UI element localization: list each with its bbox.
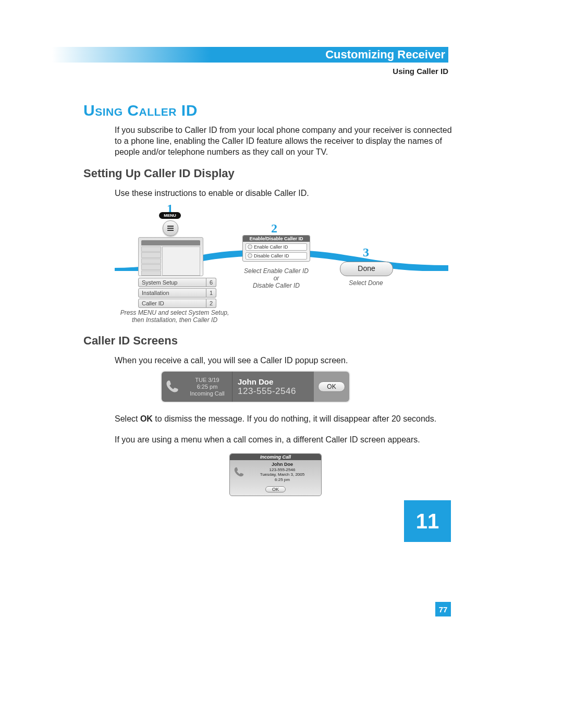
popup2-date: Tuesday, March 3, 2005: [247, 472, 318, 477]
caller-id-menu-popup: Incoming Call John Doe 123-555-2546 Tues…: [229, 453, 322, 496]
page-number: 77: [435, 602, 451, 616]
page-heading: Using Caller ID: [83, 102, 198, 119]
popup2-info: John Doe 123-555-2546 Tuesday, March 3, …: [247, 462, 318, 483]
dismiss-pre: Select: [115, 414, 140, 423]
nav-label: System Setup: [138, 278, 206, 287]
intro-paragraph: If you subscribe to Caller ID from your …: [115, 125, 459, 157]
screens-heading: Caller ID Screens: [83, 334, 178, 348]
popup2-title: Incoming Call: [230, 454, 321, 460]
setup-steps-diagram: 1 MENU System Setup 6 Installation 1 Cal…: [115, 201, 448, 323]
caller-id-popup: TUE 3/19 6:25 pm Incoming Call John Doe …: [162, 372, 349, 402]
step-2-caption-line1: Select Enable Caller ID: [244, 267, 309, 275]
step-1-caption: Press MENU and select System Setup, then…: [120, 309, 229, 324]
phone-handset-icon: [233, 466, 244, 478]
step-2-number: 2: [271, 221, 277, 236]
setup-heading: Setting Up Caller ID Display: [83, 167, 235, 180]
nav-row-caller-id[interactable]: Caller ID 2: [138, 299, 216, 308]
popup-caller-name: John Doe: [238, 377, 314, 386]
popup-date: TUE 3/19: [182, 377, 232, 383]
screens-paragraph-1: When you receive a call, you will see a …: [115, 356, 459, 365]
dismiss-paragraph: Select OK to dismiss the message. If you…: [115, 414, 459, 424]
popup-ok-col: OK: [314, 372, 349, 402]
done-button[interactable]: Done: [340, 262, 393, 276]
dismiss-post: to dismiss the message. If you do nothin…: [153, 414, 436, 423]
menu-button[interactable]: [163, 220, 178, 236]
step-3-caption: Select Done: [340, 279, 392, 287]
popup-info-col: John Doe 123-555-2546: [232, 372, 314, 402]
popup2-time: 6:25 pm: [247, 477, 318, 483]
chapter-title: Customizing Receiver: [0, 47, 448, 63]
popup-status: Incoming Call: [182, 390, 232, 397]
popup-phone-icon-col: [162, 372, 182, 402]
option-enable-caller-id[interactable]: Enable Caller ID: [246, 243, 307, 251]
enable-disable-dialog: Enable/Disable Caller ID Enable Caller I…: [242, 235, 310, 262]
popup2-phone: 123-555-2546: [247, 467, 318, 473]
nav-number: 1: [206, 288, 216, 298]
option-disable-caller-id[interactable]: Disable Caller ID: [246, 252, 307, 260]
dismiss-bold: OK: [140, 414, 153, 423]
section-label: Using Caller ID: [0, 67, 448, 76]
step-2-caption-line3: Disable Caller ID: [253, 282, 300, 289]
nav-row-installation[interactable]: Installation 1: [138, 288, 216, 298]
nav-path-rows: System Setup 6 Installation 1 Caller ID …: [138, 278, 216, 309]
nav-number: 2: [206, 299, 216, 308]
popup2-name: John Doe: [247, 462, 318, 467]
popup-time-col: TUE 3/19 6:25 pm Incoming Call: [182, 372, 232, 402]
chapter-tab: 11: [404, 500, 451, 542]
nav-label: Installation: [138, 288, 206, 298]
menu-chip-label: MENU: [159, 212, 181, 219]
hamburger-icon: [167, 228, 174, 229]
main-menu-screen-graphic: [138, 237, 203, 276]
nav-label: Caller ID: [138, 299, 206, 308]
setup-paragraph: Use these instructions to enable or disa…: [115, 189, 459, 198]
popup-phone-number: 123-555-2546: [238, 386, 314, 397]
dialog-title: Enable/Disable Caller ID: [243, 236, 310, 242]
popup-ok-button[interactable]: OK: [318, 381, 345, 392]
nav-number: 6: [206, 278, 216, 287]
popup2-ok-button[interactable]: OK: [265, 486, 286, 492]
step-3-number: 3: [363, 245, 369, 260]
popup-time: 6:25 pm: [182, 384, 232, 390]
step-2-caption: Select Enable Caller ID or Disable Calle…: [235, 267, 318, 289]
nav-row-system-setup[interactable]: System Setup 6: [138, 278, 216, 287]
step-2-caption-line2: or: [274, 275, 279, 282]
phone-handset-icon: [165, 379, 179, 394]
menu-popup-paragraph: If you are using a menu when a call come…: [115, 435, 459, 445]
